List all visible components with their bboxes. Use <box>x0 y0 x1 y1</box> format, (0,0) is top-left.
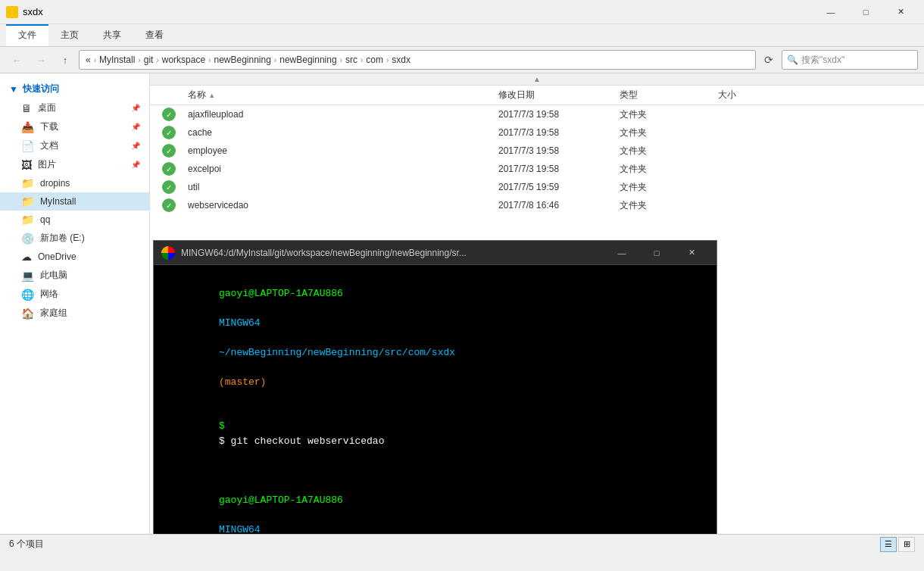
sidebar-item-pictures[interactable]: 🖼 图片 📌 <box>0 155 149 174</box>
sidebar-item-homegroup[interactable]: 🏠 家庭组 <box>0 304 149 323</box>
view-buttons: ☰ ⊞ <box>880 537 915 552</box>
col-header-name[interactable]: 名称 ▲ <box>150 89 498 101</box>
terminal-title-left: MINGW64:/d/MyInstall/git/workspace/newBe… <box>161 246 467 260</box>
file-name: ajaxfileupload <box>188 109 498 120</box>
path-recent-icon: « <box>86 55 91 65</box>
terminal-maximize-button[interactable]: □ <box>639 241 674 265</box>
path-git: git <box>144 55 154 65</box>
refresh-button[interactable]: ⟳ <box>759 50 779 70</box>
file-type: 文件夹 <box>620 108 718 121</box>
quick-access-arrow: ▼ <box>9 84 18 95</box>
path-myinstall: MyInstall <box>99 55 135 65</box>
maximize-button[interactable]: □ <box>848 0 883 24</box>
file-date: 2017/7/3 19:58 <box>498 109 620 120</box>
terminal-close-button[interactable]: ✕ <box>674 241 709 265</box>
git-status-icon: ✓ <box>162 144 176 158</box>
file-area: ▲ 名称 ▲ 修改日期 类型 大小 ✓ ajaxfileupload 2017/… <box>150 73 924 534</box>
file-date: 2017/7/3 19:58 <box>498 127 620 138</box>
qq-icon: 📁 <box>21 214 34 226</box>
sidebar-item-desktop[interactable]: 🖥 桌面 📌 <box>0 98 149 117</box>
file-icon-area: ✓ <box>150 126 188 139</box>
pin-icon: 📌 <box>131 161 140 169</box>
sidebar-item-documents[interactable]: 📄 文档 📌 <box>0 136 149 155</box>
sidebar-item-myinstall[interactable]: 📁 MyInstall <box>0 192 149 211</box>
downloads-icon: 📥 <box>21 121 34 133</box>
terminal-minimize-button[interactable]: — <box>604 241 639 265</box>
quick-access-title[interactable]: ▼ 快速访问 <box>0 80 149 98</box>
file-row[interactable]: ✓ cache 2017/7/3 19:58 文件夹 <box>150 123 924 142</box>
terminal-window[interactable]: MINGW64:/d/MyInstall/git/workspace/newBe… <box>153 240 717 534</box>
file-type: 文件夹 <box>620 181 718 194</box>
pin-icon: 📌 <box>131 123 140 131</box>
file-name: employee <box>188 145 498 156</box>
window-title: sxdx <box>23 6 43 17</box>
file-name: util <box>188 182 498 192</box>
window-controls: — □ ✕ <box>813 0 918 24</box>
col-header-size[interactable]: 大小 <box>718 89 794 101</box>
path-newbeginning2: newBeginning <box>279 55 336 65</box>
file-row[interactable]: ✓ util 2017/7/5 19:59 文件夹 <box>150 178 924 196</box>
file-type: 文件夹 <box>620 199 718 212</box>
term-user-1: gaoyi@LAPTOP-1A7AU886 <box>219 288 343 299</box>
view-details-button[interactable]: ☰ <box>880 537 897 552</box>
terminal-line-1: gaoyi@LAPTOP-1A7AU886 MINGW64 ~/newBegin… <box>160 271 710 404</box>
minimize-button[interactable]: — <box>813 0 848 24</box>
sidebar-item-dropins[interactable]: 📁 dropins <box>0 174 149 192</box>
file-type: 文件夹 <box>620 163 718 176</box>
up-button[interactable]: ↑ <box>55 50 76 70</box>
path-src: src <box>345 55 357 65</box>
term-cmd-prefix: $ <box>219 420 231 432</box>
drive-icon: 💿 <box>21 232 34 245</box>
sidebar-item-downloads[interactable]: 📥 下载 📌 <box>0 117 149 136</box>
tab-view[interactable]: 查看 <box>133 24 176 46</box>
terminal-line-2: $ $ git checkout webservicedao <box>160 404 710 463</box>
tab-home[interactable]: 主页 <box>48 24 91 46</box>
main-layout: ▼ 快速访问 🖥 桌面 📌 📥 下载 📌 📄 文档 📌 🖼 图片 📌 📁 dro… <box>0 73 924 534</box>
file-icon-area: ✓ <box>150 144 188 158</box>
file-type: 文件夹 <box>620 145 718 158</box>
column-headers: 名称 ▲ 修改日期 类型 大小 <box>150 86 924 105</box>
sidebar-item-onedrive[interactable]: ☁ OneDrive <box>0 248 149 266</box>
git-status-icon: ✓ <box>162 198 176 212</box>
network-icon: 🌐 <box>21 289 34 301</box>
file-date: 2017/7/5 19:59 <box>498 182 620 192</box>
forward-button[interactable]: → <box>30 50 52 70</box>
ribbon-tab-bar: 文件 主页 共享 查看 <box>0 24 924 46</box>
search-icon: 🔍 <box>787 55 798 65</box>
terminal-title-text: MINGW64:/d/MyInstall/git/workspace/newBe… <box>181 248 467 258</box>
terminal-body[interactable]: gaoyi@LAPTOP-1A7AU886 MINGW64 ~/newBegin… <box>154 265 716 534</box>
desktop-icon: 🖥 <box>21 102 32 114</box>
file-row[interactable]: ✓ excelpoi 2017/7/3 19:58 文件夹 <box>150 160 924 178</box>
item-count: 6 个项目 <box>9 538 44 551</box>
documents-icon: 📄 <box>21 140 34 152</box>
tab-file[interactable]: 文件 <box>6 24 48 46</box>
file-name: cache <box>188 127 498 138</box>
git-status-icon: ✓ <box>162 126 176 139</box>
scroll-up-area[interactable]: ▲ <box>150 73 924 86</box>
term-user-3: gaoyi@LAPTOP-1A7AU886 <box>219 495 343 506</box>
file-row[interactable]: ✓ employee 2017/7/3 19:58 文件夹 <box>150 142 924 160</box>
tab-share[interactable]: 共享 <box>91 24 133 46</box>
pictures-icon: 🖼 <box>21 159 32 171</box>
col-header-date[interactable]: 修改日期 <box>498 89 620 101</box>
search-box[interactable]: 🔍 搜索"sxdx" <box>782 50 918 70</box>
file-row[interactable]: ✓ webservicedao 2017/7/8 16:46 文件夹 <box>150 196 924 214</box>
file-icon-area: ✓ <box>150 162 188 176</box>
path-newbeginning1: newBeginning <box>214 55 270 65</box>
back-button[interactable]: ← <box>6 50 27 70</box>
address-path[interactable]: « › MyInstall › git › workspace › newBeg… <box>79 50 756 70</box>
view-grid-button[interactable]: ⊞ <box>898 537 915 552</box>
file-date: 2017/7/8 16:46 <box>498 200 620 211</box>
git-status-icon: ✓ <box>162 180 176 194</box>
col-header-type[interactable]: 类型 <box>620 89 718 101</box>
sidebar-item-thispc[interactable]: 💻 此电脑 <box>0 266 149 285</box>
file-row[interactable]: ✓ ajaxfileupload 2017/7/3 19:58 文件夹 <box>150 105 924 123</box>
sidebar-item-network[interactable]: 🌐 网络 <box>0 285 149 304</box>
file-icon-area: ✓ <box>150 108 188 121</box>
file-type: 文件夹 <box>620 126 718 139</box>
quick-access-label: 快速访问 <box>23 83 59 95</box>
term-cwd-1: MINGW64 <box>219 317 261 329</box>
close-button[interactable]: ✕ <box>883 0 918 24</box>
sidebar-item-qq[interactable]: 📁 qq <box>0 211 149 229</box>
sidebar-item-drive-e[interactable]: 💿 新加卷 (E:) <box>0 229 149 248</box>
